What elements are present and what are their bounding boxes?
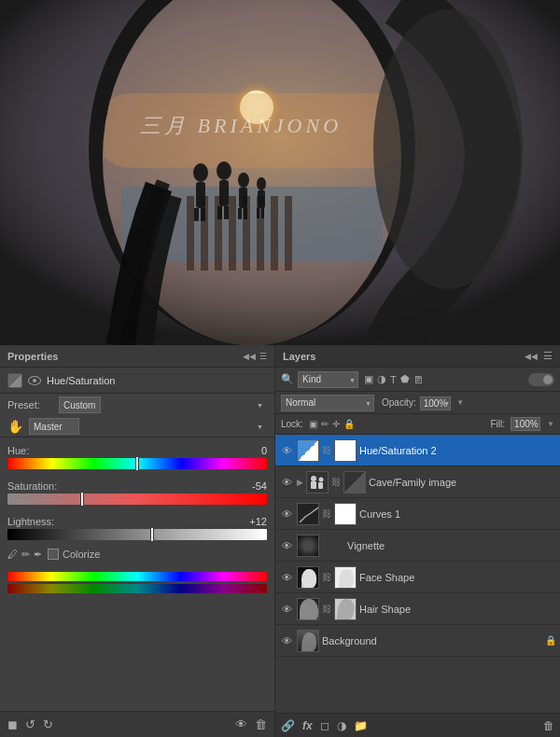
preset-select[interactable]: Custom Default xyxy=(59,396,101,413)
history-icon[interactable]: ↺ xyxy=(25,717,35,731)
layer-visibility-icon[interactable]: 👁 xyxy=(279,443,294,458)
properties-collapse-btn[interactable]: ◀◀ xyxy=(243,352,256,361)
create-adjustment-icon[interactable]: ◑ xyxy=(337,719,346,732)
svg-rect-24 xyxy=(217,206,222,219)
svg-point-35 xyxy=(311,476,316,481)
opacity-chevron: ▼ xyxy=(456,398,464,407)
visibility-icon[interactable] xyxy=(28,376,41,385)
filter-shape-icon[interactable]: ⬟ xyxy=(400,373,410,385)
properties-header: Properties ◀◀ ☰ xyxy=(0,345,274,368)
fill-label: Fill: xyxy=(491,419,506,429)
layer-thumbnails xyxy=(297,630,319,652)
saturation-section: Saturation: -54 xyxy=(0,479,274,508)
lock-all-icon[interactable]: 🔒 xyxy=(343,419,355,429)
svg-point-18 xyxy=(193,163,208,182)
delete-layer-icon[interactable]: 🗑 xyxy=(543,719,554,732)
channel-row: ✋ Master Reds Yellows Greens Cyans Blues… xyxy=(0,416,274,437)
add-mask-icon[interactable]: ◻ xyxy=(320,719,329,732)
layer-name: Hue/Saturation 2 xyxy=(359,445,556,456)
lock-row: Lock: ▣ ✏ ✛ 🔒 Fill: 100% ▼ xyxy=(275,414,560,435)
properties-title: Properties xyxy=(7,351,58,362)
colorize-checkbox[interactable] xyxy=(48,549,59,560)
svg-point-30 xyxy=(257,177,266,190)
colorize-label[interactable]: Colorize xyxy=(48,549,100,560)
hue-label: Hue: xyxy=(7,445,29,456)
layer-thumb-main xyxy=(297,598,319,620)
kind-select[interactable]: Kind Name Effect Mode Attribute Color xyxy=(298,371,358,388)
adjustment-title: Hue/Saturation xyxy=(47,375,115,386)
blend-mode-select[interactable]: Normal Multiply Screen Overlay Soft Ligh… xyxy=(281,395,374,411)
sat-thumb[interactable] xyxy=(80,492,84,507)
layer-chain-icon: ⛓ xyxy=(322,508,331,519)
svg-rect-31 xyxy=(258,190,265,208)
eyedropper-subtract-icon[interactable]: ✒ xyxy=(34,549,42,561)
layer-thumb-main xyxy=(297,535,319,557)
properties-panel: Properties ◀◀ ☰ Hue/Saturation Preset: C… xyxy=(0,345,275,737)
saturation-slider[interactable] xyxy=(7,494,267,505)
filter-adjustment-icon[interactable]: ◑ xyxy=(377,373,386,385)
layer-thumb-mask xyxy=(334,598,357,620)
reset-icon[interactable]: ↻ xyxy=(43,717,53,731)
rainbow-bar-bottom xyxy=(7,584,267,593)
fx-icon[interactable]: fx xyxy=(302,719,313,732)
filter-smart-icon[interactable]: 🖹 xyxy=(413,374,424,385)
filter-type-icon[interactable]: T xyxy=(390,374,397,385)
layer-visibility-icon[interactable]: 👁 xyxy=(279,507,294,521)
lock-move-icon[interactable]: ✛ xyxy=(332,419,340,429)
layer-row[interactable]: 👁 ⛓ Hair Shape xyxy=(275,593,560,625)
opacity-value[interactable]: 100% xyxy=(420,396,452,410)
lightness-slider[interactable] xyxy=(7,529,267,540)
channel-select[interactable]: Master Reds Yellows Greens Cyans Blues M… xyxy=(29,418,79,435)
layers-collapse-btn[interactable]: ◀◀ xyxy=(525,352,538,361)
create-layer-icon[interactable]: ◼ xyxy=(7,717,18,731)
layer-thumb-mask xyxy=(334,439,357,462)
hue-slider[interactable] xyxy=(7,458,267,469)
svg-rect-17 xyxy=(285,196,292,271)
layer-visibility-icon[interactable]: 👁 xyxy=(279,633,294,648)
layer-visibility-icon[interactable]: 👁 xyxy=(279,538,294,553)
fill-value[interactable]: 100% xyxy=(511,417,540,431)
layer-row[interactable]: 👁 ⛓ Face Shape xyxy=(275,562,560,593)
layers-filter-row: 🔍 Kind Name Effect Mode Attribute Color … xyxy=(275,368,560,392)
eyedropper-icon[interactable]: 🖊 xyxy=(7,549,18,561)
layers-panel: Layers ◀◀ ☰ 🔍 Kind Name Effect Mode Attr… xyxy=(275,345,560,737)
lock-paint-icon[interactable]: ✏ xyxy=(321,419,329,429)
layer-name: Face Shape xyxy=(359,572,556,583)
create-group-icon[interactable]: 📁 xyxy=(354,719,368,732)
svg-point-37 xyxy=(319,477,324,481)
layer-row[interactable]: 👁 ▶ ⛓ Cave/Family image xyxy=(275,466,560,498)
svg-rect-28 xyxy=(238,208,242,219)
link-layers-icon[interactable]: 🔗 xyxy=(281,719,295,732)
layer-thumbnails xyxy=(297,598,319,620)
layer-thumbnails xyxy=(297,439,319,462)
layer-visibility-icon[interactable]: 👁 xyxy=(279,602,294,617)
filter-toggle[interactable] xyxy=(528,373,554,386)
light-thumb[interactable] xyxy=(150,527,154,542)
layer-row[interactable]: 👁 ⛓ Curves 1 xyxy=(275,498,560,530)
panels-area: Properties ◀◀ ☰ Hue/Saturation Preset: C… xyxy=(0,345,560,737)
canvas-preview: 三月 BRIANJONO xyxy=(0,0,560,345)
colorize-text: Colorize xyxy=(63,549,100,560)
delete-icon[interactable]: 🗑 xyxy=(255,717,267,731)
hue-thumb[interactable] xyxy=(135,456,139,471)
lightness-section: Lightness: +12 xyxy=(0,514,274,544)
layers-menu-btn[interactable]: ☰ xyxy=(543,350,553,362)
group-expand-arrow[interactable]: ▶ xyxy=(297,478,303,487)
layers-header-controls: ◀◀ ☰ xyxy=(525,350,553,362)
svg-rect-21 xyxy=(201,208,205,221)
layer-visibility-icon[interactable]: 👁 xyxy=(279,570,294,585)
properties-menu-btn[interactable]: ☰ xyxy=(259,352,267,361)
layer-row[interactable]: 👁 ⛓ Hue/Saturation 2 xyxy=(275,435,560,466)
layer-row[interactable]: 👁 Vignette xyxy=(275,530,560,562)
layer-row[interactable]: 👁 Background 🔒 xyxy=(275,625,560,657)
lock-transparent-icon[interactable]: ▣ xyxy=(309,419,317,429)
svg-point-34 xyxy=(373,9,523,289)
eyedropper-add-icon[interactable]: ✏ xyxy=(21,549,30,561)
layer-visibility-icon[interactable]: 👁 xyxy=(279,475,294,490)
layers-title: Layers xyxy=(283,351,315,362)
layer-thumbnails xyxy=(297,566,319,589)
preview-icon[interactable]: 👁 xyxy=(235,717,247,731)
svg-rect-13 xyxy=(229,196,236,271)
filter-pixel-icon[interactable]: ▣ xyxy=(364,373,373,385)
hand-tool-icon[interactable]: ✋ xyxy=(7,419,23,434)
